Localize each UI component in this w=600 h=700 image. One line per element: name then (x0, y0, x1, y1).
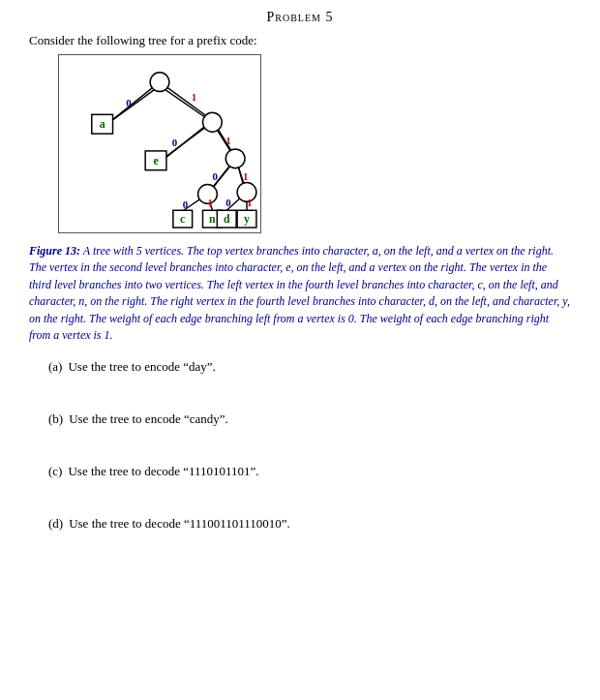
svg-text:y: y (244, 212, 250, 226)
svg-text:1: 1 (247, 197, 252, 208)
question-a: (a)Use the tree to encode “day”. (48, 359, 571, 375)
svg-text:c: c (180, 212, 185, 226)
svg-text:0: 0 (225, 197, 231, 208)
svg-text:n: n (209, 212, 216, 226)
questions-list: (a)Use the tree to encode “day”. (b)Use … (29, 359, 571, 532)
svg-text:0: 0 (183, 198, 189, 210)
tree-box: 0 1 a 0 1 e 0 1 0 1 0 1 c (58, 54, 261, 233)
question-b: (b)Use the tree to encode “candy”. (48, 411, 571, 427)
svg-point-16 (150, 73, 169, 92)
svg-text:e: e (153, 154, 158, 167)
svg-point-26 (225, 149, 245, 168)
svg-text:1: 1 (243, 170, 248, 182)
question-c: (c)Use the tree to decode “1110101101”. (48, 464, 571, 479)
svg-text:a: a (100, 117, 105, 131)
svg-text:0: 0 (126, 97, 132, 108)
svg-line-6 (107, 86, 160, 125)
svg-text:0: 0 (212, 170, 218, 182)
svg-text:d: d (224, 212, 230, 226)
svg-text:0: 0 (172, 137, 178, 148)
consider-text: Consider the following tree for a prefix… (29, 33, 571, 48)
svg-point-21 (203, 112, 223, 132)
figure-caption: Figure 13: A tree with 5 vertices. The t… (29, 243, 571, 344)
problem-title: Problem 5 (29, 10, 571, 25)
svg-text:1: 1 (192, 91, 196, 103)
question-d: (d)Use the tree to decode “1110011011100… (48, 516, 571, 532)
svg-text:1: 1 (225, 135, 230, 146)
svg-text:1: 1 (207, 197, 212, 208)
